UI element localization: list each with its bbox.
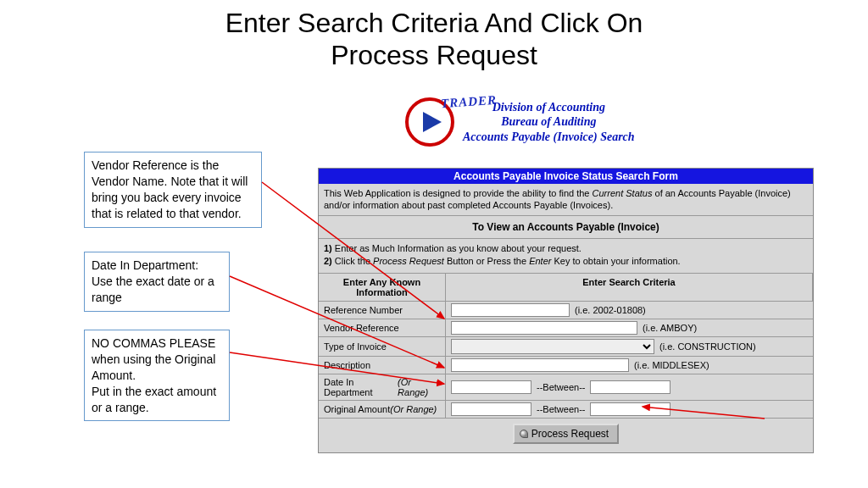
hint-type-invoice: (i.e. CONSTRUCTION) — [659, 341, 756, 352]
label-reference-number: Reference Number — [319, 302, 446, 319]
label-date-department: Date In Department (Or Range) — [319, 374, 446, 401]
callout-amount: NO COMMAS PLEASE when using the Original… — [84, 330, 230, 421]
label-original-amount: Original Amount (Or Range) — [319, 401, 446, 419]
hint-reference-number: (i.e. 2002-01808) — [575, 305, 646, 315]
key-icon — [520, 430, 528, 438]
label-description: Description — [319, 357, 446, 374]
callout-vendor-ref: Vendor Reference is the Vendor Name. Not… — [84, 152, 262, 228]
callout-date: Date In Department: Use the exact date o… — [84, 252, 230, 312]
input-description[interactable] — [451, 358, 629, 372]
hint-description: (i.e. MIDDLESEX) — [634, 360, 709, 370]
input-date-to[interactable] — [590, 380, 670, 394]
form-subheading: To View an Accounts Payable (Invoice) — [319, 216, 813, 239]
input-amount-from[interactable] — [451, 402, 531, 416]
input-date-from[interactable] — [451, 380, 531, 394]
label-between-2: --Between-- — [537, 404, 585, 414]
input-amount-to[interactable] — [590, 402, 670, 416]
hint-vendor-reference: (i.e. AMBOY) — [643, 323, 697, 333]
label-between: --Between-- — [537, 382, 585, 392]
form-description: This Web Application is designed to prov… — [319, 184, 813, 216]
slide-title: Enter Search Criteria And Click On Proce… — [0, 7, 868, 72]
col-header-criteria: Enter Search Criteria — [446, 274, 813, 302]
search-form: Accounts Payable Invoice Status Search F… — [318, 168, 814, 453]
form-instructions: 1) Enter as Much Information as you know… — [319, 239, 813, 274]
col-header-known: Enter Any Known Information — [319, 274, 446, 302]
form-title: Accounts Payable Invoice Status Search F… — [319, 169, 813, 184]
label-vendor-reference: Vendor Reference — [319, 319, 446, 337]
process-request-button[interactable]: Process Request — [513, 424, 619, 444]
label-type-invoice: Type of Invoice — [319, 337, 446, 357]
input-reference-number[interactable] — [451, 303, 570, 317]
select-type-invoice[interactable] — [451, 339, 654, 354]
input-vendor-reference[interactable] — [451, 321, 637, 335]
